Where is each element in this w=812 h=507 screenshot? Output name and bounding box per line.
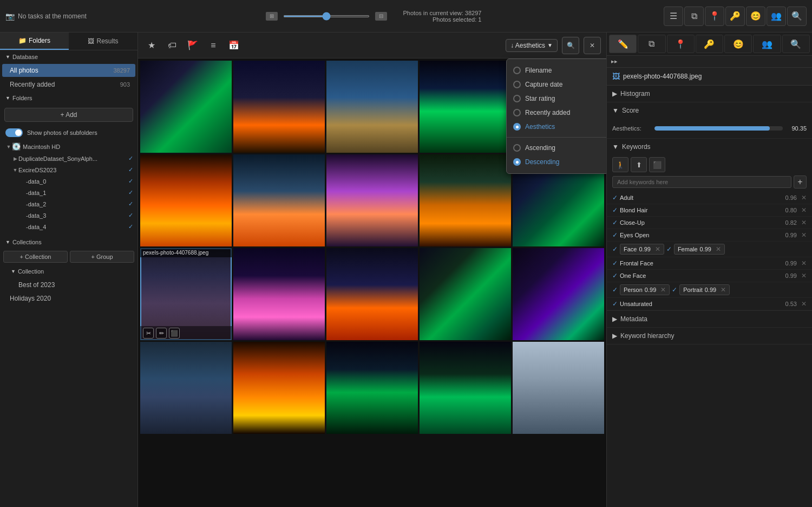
search-filter-button[interactable]: 🔍 xyxy=(562,37,579,54)
photo-cell-14[interactable] xyxy=(420,248,511,340)
right-tool-search[interactable]: 🔍 xyxy=(782,35,810,53)
sort-option-star-rating[interactable]: Star rating xyxy=(507,92,606,106)
collections-section-header[interactable]: ▼ Collections xyxy=(0,236,137,249)
right-tool-location[interactable]: 📍 xyxy=(667,35,695,53)
sort-dropdown-trigger[interactable]: ↓ Aesthetics ▼ xyxy=(506,39,558,52)
oneface-remove-button[interactable]: ✕ xyxy=(801,272,807,280)
database-section-header[interactable]: ▼ Database xyxy=(0,50,137,63)
tab-results[interactable]: 🖼 Results xyxy=(69,32,137,50)
location-icon-btn[interactable]: 📍 xyxy=(705,6,724,26)
all-photos-count: 38297 xyxy=(113,67,130,74)
folder-excire[interactable]: ▼ ExcireDS2023 ✓ xyxy=(0,164,137,176)
folder-data-0[interactable]: -data_0 ✓ xyxy=(0,176,137,187)
folder-tree: ▼ 💽 Macintosh HD ▶ DuplicateDataset_Sony… xyxy=(0,140,137,232)
add-folder-button[interactable]: + Add xyxy=(4,108,133,122)
score-header[interactable]: ▼ Score xyxy=(607,102,812,119)
collection-subsection-header[interactable]: ▼ Collection xyxy=(0,265,137,278)
sort-option-filename[interactable]: Filename xyxy=(507,63,606,77)
sort-option-aesthetics[interactable]: Aesthetics xyxy=(507,120,606,134)
folder-data-4[interactable]: -data_4 ✓ xyxy=(0,221,137,232)
portrait-tag-remove[interactable]: ✕ xyxy=(721,286,726,294)
person-tag-remove[interactable]: ✕ xyxy=(660,286,666,294)
calendar-icon-btn[interactable]: 📅 xyxy=(226,37,242,54)
search-icon-btn[interactable]: 🔍 xyxy=(787,6,807,26)
zoom-slider-container[interactable] xyxy=(283,15,370,17)
tab-folders[interactable]: 📁 Folders xyxy=(0,32,69,50)
sort-order-descending[interactable]: Descending xyxy=(507,155,606,169)
frontal-remove-button[interactable]: ✕ xyxy=(801,259,807,267)
photo-cell-7[interactable] xyxy=(233,154,325,246)
photo-cell-15[interactable] xyxy=(513,248,604,340)
sidebar-item-all-photos[interactable]: All photos 38297 xyxy=(2,64,135,77)
right-tool-key[interactable]: 🔑 xyxy=(696,35,723,53)
photo-cell-13[interactable] xyxy=(326,248,418,340)
sidebar-item-holidays-2020[interactable]: Holidays 2020 xyxy=(2,292,135,305)
new-group-button[interactable]: + Group xyxy=(70,251,134,263)
subfolders-toggle[interactable] xyxy=(5,128,23,137)
metadata-header[interactable]: ▶ Metadata xyxy=(607,311,812,327)
keywords-content: 🚶 ⬆ ⬛ + ✓ Adult 0.96 ✕ ✓ Blond Hai xyxy=(607,155,812,310)
sort-order-ascending[interactable]: Ascending xyxy=(507,141,606,155)
photo-cell-16[interactable] xyxy=(140,342,232,434)
closeup-remove-button[interactable]: ✕ xyxy=(801,219,807,226)
photo-cell-12[interactable] xyxy=(233,248,325,340)
photo-cell-18[interactable] xyxy=(326,342,418,434)
keyword-input[interactable] xyxy=(612,176,791,188)
photo-action-btn-1[interactable]: ✏ xyxy=(156,328,167,339)
photo-cell-6[interactable] xyxy=(140,154,232,246)
histogram-header[interactable]: ▶ Histogram xyxy=(607,86,812,102)
female-tag-remove[interactable]: ✕ xyxy=(716,245,721,253)
keywords-header[interactable]: ▼ Keywords xyxy=(607,139,812,155)
zoom-slider[interactable] xyxy=(283,15,370,17)
right-tool-people[interactable]: 👥 xyxy=(753,35,781,53)
photo-cell-17[interactable] xyxy=(233,342,325,434)
right-tool-copy[interactable]: ⧉ xyxy=(638,35,665,53)
folder-data-2[interactable]: -data_2 ✓ xyxy=(0,198,137,210)
photo-cell-9[interactable] xyxy=(420,154,511,246)
adult-remove-button[interactable]: ✕ xyxy=(801,194,807,202)
right-tool-face[interactable]: 😊 xyxy=(724,35,752,53)
keyword-hierarchy-header[interactable]: ▶ Keyword hierarchy xyxy=(607,328,812,344)
folder-data-3[interactable]: -data_3 ✓ xyxy=(0,210,137,221)
sort-option-capture-date[interactable]: Capture date xyxy=(507,77,606,92)
photo-action-btn-2[interactable]: ⬛ xyxy=(169,328,180,339)
flag-icon-btn[interactable]: 🚩 xyxy=(185,37,201,54)
photo-cell-2[interactable] xyxy=(233,61,325,153)
menu-icon-btn[interactable]: ☰ xyxy=(664,6,683,26)
photo-cell-4[interactable] xyxy=(420,61,511,153)
folders-section-header[interactable]: ▼ Folders xyxy=(0,92,137,105)
keyword-row-close-up: ✓ Close-Up 0.82 ✕ xyxy=(607,217,812,229)
label-icon-btn[interactable]: 🏷 xyxy=(164,37,180,54)
sort-option-recently-added[interactable]: Recently added xyxy=(507,106,606,120)
new-collection-button[interactable]: + Collection xyxy=(3,251,68,263)
folder-data-1[interactable]: -data_1 ✓ xyxy=(0,187,137,198)
copy-icon-btn[interactable]: ⧉ xyxy=(684,6,704,26)
photo-cell-11[interactable]: pexels-photo-4407688.jpeg✂✏⬛ xyxy=(140,248,232,340)
photo-cell-3[interactable] xyxy=(326,61,418,153)
photo-action-btn-0[interactable]: ✂ xyxy=(143,328,154,339)
photo-cell-19[interactable] xyxy=(420,342,511,434)
add-keyword-button[interactable]: + xyxy=(794,176,807,188)
eyesopen-remove-button[interactable]: ✕ xyxy=(801,231,807,239)
face-icon-btn[interactable]: 😊 xyxy=(746,6,765,26)
folder-duplicate-dataset[interactable]: ▶ DuplicateDataset_SonyAlph... ✓ xyxy=(0,153,137,164)
right-tool-edit[interactable]: ✏️ xyxy=(609,35,637,53)
blond-remove-button[interactable]: ✕ xyxy=(801,206,807,214)
kw-download-btn[interactable]: ⬛ xyxy=(649,157,665,172)
star-icon-btn[interactable]: ★ xyxy=(143,37,160,54)
folder-macintosh[interactable]: ▼ 💽 Macintosh HD xyxy=(0,140,137,153)
key-icon-btn[interactable]: 🔑 xyxy=(725,6,745,26)
list-icon-btn[interactable]: ≡ xyxy=(205,37,221,54)
sidebar-item-recently-added[interactable]: Recently added 903 xyxy=(2,78,135,91)
right-expand-button[interactable]: ▸▸ xyxy=(607,56,812,68)
kw-upload-btn[interactable]: ⬆ xyxy=(631,157,647,172)
sidebar-item-best-of-2023[interactable]: Best of 2023 xyxy=(2,278,135,291)
people-icon-btn[interactable]: 👥 xyxy=(767,6,786,26)
kw-person-btn[interactable]: 🚶 xyxy=(612,157,628,172)
photo-cell-8[interactable] xyxy=(326,154,418,246)
face-tag-remove[interactable]: ✕ xyxy=(655,245,660,253)
unsat-remove-button[interactable]: ✕ xyxy=(801,300,807,308)
photo-cell-20[interactable] xyxy=(513,342,604,434)
photo-cell-1[interactable] xyxy=(140,61,232,153)
clear-filter-button[interactable]: ✕ xyxy=(584,37,601,54)
